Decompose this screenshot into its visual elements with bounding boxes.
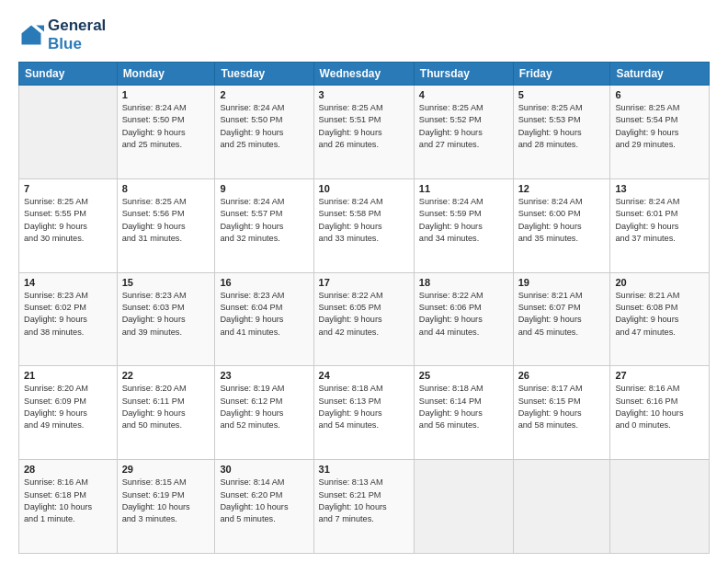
- col-thursday: Thursday: [414, 63, 513, 86]
- day-number: 14: [24, 277, 112, 288]
- table-row: 5Sunrise: 8:25 AMSunset: 5:53 PMDaylight…: [513, 86, 610, 179]
- page: General Blue Sunday Monday Tuesday Wedne…: [0, 0, 728, 563]
- day-number: 19: [518, 277, 606, 288]
- calendar-table: Sunday Monday Tuesday Wednesday Thursday…: [18, 62, 710, 554]
- day-number: 24: [319, 370, 409, 381]
- logo-icon: [18, 22, 44, 48]
- day-number: 30: [220, 464, 308, 475]
- table-row: 15Sunrise: 8:23 AMSunset: 6:03 PMDayligh…: [117, 272, 215, 366]
- day-number: 9: [220, 183, 308, 194]
- table-row: 28Sunrise: 8:16 AMSunset: 6:18 PMDayligh…: [19, 460, 118, 554]
- day-info: Sunrise: 8:24 AMSunset: 5:50 PMDaylight:…: [122, 102, 210, 151]
- day-number: 25: [419, 370, 508, 381]
- day-number: 7: [24, 183, 112, 194]
- table-row: 18Sunrise: 8:22 AMSunset: 6:06 PMDayligh…: [414, 272, 513, 366]
- table-row: 8Sunrise: 8:25 AMSunset: 5:56 PMDaylight…: [117, 178, 215, 272]
- day-number: 23: [220, 370, 308, 381]
- col-saturday: Saturday: [610, 63, 710, 86]
- day-info: Sunrise: 8:23 AMSunset: 6:03 PMDaylight:…: [122, 290, 210, 339]
- table-row: 7Sunrise: 8:25 AMSunset: 5:55 PMDaylight…: [19, 178, 118, 272]
- header: General Blue: [18, 17, 710, 52]
- col-wednesday: Wednesday: [313, 63, 414, 86]
- day-info: Sunrise: 8:24 AMSunset: 6:01 PMDaylight:…: [615, 196, 704, 245]
- table-row: [513, 460, 610, 554]
- day-info: Sunrise: 8:23 AMSunset: 6:04 PMDaylight:…: [220, 290, 308, 339]
- calendar-row: 21Sunrise: 8:20 AMSunset: 6:09 PMDayligh…: [19, 366, 710, 460]
- day-info: Sunrise: 8:21 AMSunset: 6:08 PMDaylight:…: [615, 290, 704, 339]
- table-row: 10Sunrise: 8:24 AMSunset: 5:58 PMDayligh…: [313, 178, 414, 272]
- table-row: 22Sunrise: 8:20 AMSunset: 6:11 PMDayligh…: [117, 366, 215, 460]
- calendar-row: 1Sunrise: 8:24 AMSunset: 5:50 PMDaylight…: [19, 86, 710, 179]
- table-row: 30Sunrise: 8:14 AMSunset: 6:20 PMDayligh…: [215, 460, 313, 554]
- day-number: 2: [220, 89, 308, 100]
- table-row: [610, 460, 710, 554]
- day-number: 17: [319, 277, 409, 288]
- day-number: 1: [122, 89, 210, 100]
- day-number: 16: [220, 277, 308, 288]
- day-number: 6: [615, 89, 704, 100]
- day-number: 8: [122, 183, 210, 194]
- calendar-row: 28Sunrise: 8:16 AMSunset: 6:18 PMDayligh…: [19, 460, 710, 554]
- day-info: Sunrise: 8:22 AMSunset: 6:06 PMDaylight:…: [419, 290, 508, 339]
- day-info: Sunrise: 8:25 AMSunset: 5:52 PMDaylight:…: [419, 102, 508, 151]
- day-info: Sunrise: 8:24 AMSunset: 5:59 PMDaylight:…: [419, 196, 508, 245]
- table-row: 23Sunrise: 8:19 AMSunset: 6:12 PMDayligh…: [215, 366, 313, 460]
- calendar-row: 7Sunrise: 8:25 AMSunset: 5:55 PMDaylight…: [19, 178, 710, 272]
- day-number: 28: [24, 464, 112, 475]
- day-info: Sunrise: 8:25 AMSunset: 5:54 PMDaylight:…: [615, 102, 704, 151]
- table-row: 21Sunrise: 8:20 AMSunset: 6:09 PMDayligh…: [19, 366, 118, 460]
- day-info: Sunrise: 8:16 AMSunset: 6:16 PMDaylight:…: [615, 383, 704, 431]
- col-tuesday: Tuesday: [215, 63, 313, 86]
- table-row: 9Sunrise: 8:24 AMSunset: 5:57 PMDaylight…: [215, 178, 313, 272]
- logo-text: General Blue: [48, 17, 106, 52]
- table-row: [414, 460, 513, 554]
- day-info: Sunrise: 8:24 AMSunset: 6:00 PMDaylight:…: [518, 196, 606, 245]
- day-number: 21: [24, 370, 112, 381]
- table-row: 16Sunrise: 8:23 AMSunset: 6:04 PMDayligh…: [215, 272, 313, 366]
- day-info: Sunrise: 8:13 AMSunset: 6:21 PMDaylight:…: [319, 477, 409, 525]
- svg-marker-0: [22, 25, 41, 44]
- day-info: Sunrise: 8:14 AMSunset: 6:20 PMDaylight:…: [220, 477, 308, 525]
- day-number: 11: [419, 183, 508, 194]
- table-row: 1Sunrise: 8:24 AMSunset: 5:50 PMDaylight…: [117, 86, 215, 179]
- table-row: 2Sunrise: 8:24 AMSunset: 5:50 PMDaylight…: [215, 86, 313, 179]
- day-info: Sunrise: 8:25 AMSunset: 5:56 PMDaylight:…: [122, 196, 210, 245]
- day-info: Sunrise: 8:16 AMSunset: 6:18 PMDaylight:…: [24, 477, 112, 525]
- calendar-body: 1Sunrise: 8:24 AMSunset: 5:50 PMDaylight…: [19, 86, 710, 554]
- table-row: 12Sunrise: 8:24 AMSunset: 6:00 PMDayligh…: [513, 178, 610, 272]
- day-info: Sunrise: 8:18 AMSunset: 6:13 PMDaylight:…: [319, 383, 409, 431]
- day-number: 12: [518, 183, 606, 194]
- header-row: Sunday Monday Tuesday Wednesday Thursday…: [19, 63, 710, 86]
- table-row: 31Sunrise: 8:13 AMSunset: 6:21 PMDayligh…: [313, 460, 414, 554]
- day-info: Sunrise: 8:24 AMSunset: 5:57 PMDaylight:…: [220, 196, 308, 245]
- day-info: Sunrise: 8:15 AMSunset: 6:19 PMDaylight:…: [122, 477, 210, 525]
- table-row: 6Sunrise: 8:25 AMSunset: 5:54 PMDaylight…: [610, 86, 710, 179]
- table-row: 29Sunrise: 8:15 AMSunset: 6:19 PMDayligh…: [117, 460, 215, 554]
- table-row: 4Sunrise: 8:25 AMSunset: 5:52 PMDaylight…: [414, 86, 513, 179]
- table-row: 27Sunrise: 8:16 AMSunset: 6:16 PMDayligh…: [610, 366, 710, 460]
- day-info: Sunrise: 8:25 AMSunset: 5:51 PMDaylight:…: [319, 102, 409, 151]
- table-row: 14Sunrise: 8:23 AMSunset: 6:02 PMDayligh…: [19, 272, 118, 366]
- day-number: 3: [319, 89, 409, 100]
- day-info: Sunrise: 8:22 AMSunset: 6:05 PMDaylight:…: [319, 290, 409, 339]
- table-row: 24Sunrise: 8:18 AMSunset: 6:13 PMDayligh…: [313, 366, 414, 460]
- day-number: 26: [518, 370, 606, 381]
- day-info: Sunrise: 8:21 AMSunset: 6:07 PMDaylight:…: [518, 290, 606, 339]
- day-number: 22: [122, 370, 210, 381]
- day-info: Sunrise: 8:24 AMSunset: 5:58 PMDaylight:…: [319, 196, 409, 245]
- table-row: 25Sunrise: 8:18 AMSunset: 6:14 PMDayligh…: [414, 366, 513, 460]
- day-info: Sunrise: 8:19 AMSunset: 6:12 PMDaylight:…: [220, 383, 308, 431]
- day-number: 5: [518, 89, 606, 100]
- col-monday: Monday: [117, 63, 215, 86]
- calendar-row: 14Sunrise: 8:23 AMSunset: 6:02 PMDayligh…: [19, 272, 710, 366]
- day-number: 4: [419, 89, 508, 100]
- day-info: Sunrise: 8:23 AMSunset: 6:02 PMDaylight:…: [24, 290, 112, 339]
- table-row: 19Sunrise: 8:21 AMSunset: 6:07 PMDayligh…: [513, 272, 610, 366]
- day-info: Sunrise: 8:20 AMSunset: 6:09 PMDaylight:…: [24, 383, 112, 431]
- col-friday: Friday: [513, 63, 610, 86]
- day-number: 20: [615, 277, 704, 288]
- day-number: 29: [122, 464, 210, 475]
- day-number: 18: [419, 277, 508, 288]
- table-row: 17Sunrise: 8:22 AMSunset: 6:05 PMDayligh…: [313, 272, 414, 366]
- day-number: 27: [615, 370, 704, 381]
